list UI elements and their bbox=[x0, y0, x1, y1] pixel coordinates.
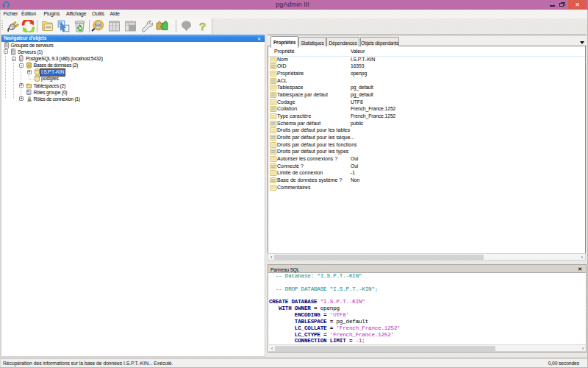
svg-text:?: ? bbox=[199, 20, 206, 32]
svg-text:SQL: SQL bbox=[95, 24, 102, 27]
